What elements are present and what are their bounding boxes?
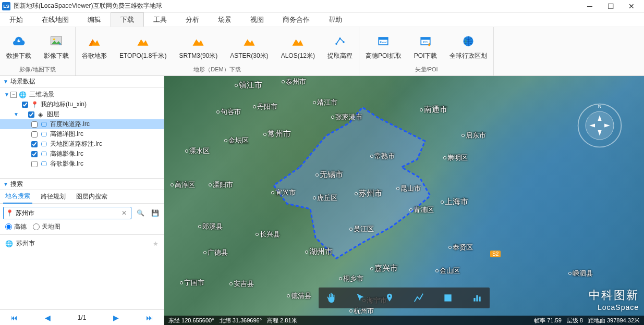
etopo-icon xyxy=(135,33,151,49)
ribbon-label: 谷歌地形 xyxy=(82,52,107,60)
provider-radio[interactable] xyxy=(33,223,40,230)
menu-8[interactable]: 商务合作 xyxy=(273,12,319,27)
clear-icon[interactable]: ✕ xyxy=(119,209,129,217)
ribbon-label: 提取高程 xyxy=(327,52,353,60)
pager-last[interactable]: ⏭ xyxy=(146,314,153,322)
svg-rect-21 xyxy=(473,298,475,302)
map-label: 青浦区 xyxy=(409,205,434,215)
svg-text:N: N xyxy=(598,104,602,109)
pager-first[interactable]: ⏮ xyxy=(10,314,18,322)
tree-row[interactable]: 📍我的地标(tu_xin) xyxy=(0,99,164,109)
location-pin-icon: 📍 xyxy=(6,209,14,217)
svg-rect-6 xyxy=(379,38,388,40)
gaode-poi-grab-button[interactable]: Excel高德POI抓取 xyxy=(359,28,408,65)
app-icon: LS xyxy=(2,2,10,10)
tree-checkbox[interactable] xyxy=(31,151,38,157)
chart-tool[interactable] xyxy=(470,291,484,305)
scene-tree: ▼−🌐三维场景📍我的地标(tu_xin)▼◈图层🖵百度纯道路.lrc🖵高德详图.… xyxy=(0,88,164,179)
minimize-button[interactable]: ─ xyxy=(579,0,600,12)
tree-checkbox[interactable] xyxy=(31,131,38,138)
google-terrain-button[interactable]: 谷歌地形 xyxy=(76,28,113,65)
tree-row[interactable]: 🖵天地图道路标注.lrc xyxy=(0,139,164,149)
map-label: 句容市 xyxy=(216,107,241,117)
tree-row[interactable]: 🖵高德详图.lrc xyxy=(0,129,164,139)
tree-row[interactable]: 🖵高德影像.lrc xyxy=(0,149,164,159)
ribbon-group-label: 矢量/POI xyxy=(359,65,493,76)
tree-checkbox[interactable] xyxy=(28,111,34,118)
collapse-icon: ▼ xyxy=(3,79,8,84)
rect-tool[interactable] xyxy=(441,291,455,305)
scene-panel-header[interactable]: ▼ 场景数据 xyxy=(0,76,164,88)
etopo-button[interactable]: ETOPO(1.8千米) xyxy=(113,28,173,65)
search-tab-1[interactable]: 路径规划 xyxy=(39,190,68,203)
tree-row[interactable]: 🖵谷歌影像.lrc xyxy=(0,159,164,169)
map-label: 常熟市 xyxy=(370,152,395,161)
provider-option[interactable]: 高德 xyxy=(5,222,27,231)
svg-marker-12 xyxy=(274,107,430,258)
fps-label: 帧率 xyxy=(534,317,545,323)
tree-row[interactable]: 🖵百度纯道路.lrc xyxy=(0,119,164,129)
menu-3[interactable]: 下载 xyxy=(111,12,144,27)
tree-row[interactable]: ▼◈图层 xyxy=(0,109,164,119)
menu-4[interactable]: 工具 xyxy=(144,12,176,27)
navigation-widget[interactable]: N xyxy=(576,102,623,149)
alos-button[interactable]: ALOS(12米) xyxy=(275,28,321,65)
menu-6[interactable]: 场景 xyxy=(209,12,241,27)
search-panel-header[interactable]: ▼ 搜索 xyxy=(0,179,164,190)
tree-checkbox[interactable] xyxy=(31,161,38,167)
menu-7[interactable]: 视图 xyxy=(241,12,273,27)
maximize-button[interactable]: ☐ xyxy=(600,0,621,12)
map-label: 宜兴市 xyxy=(271,188,296,197)
search-panel-title: 搜索 xyxy=(10,180,23,189)
map-label: 泰州市 xyxy=(282,77,306,86)
search-tab-0[interactable]: 地名搜索 xyxy=(3,190,32,204)
global-admin-button[interactable]: 全球行政区划 xyxy=(443,28,493,65)
save-button[interactable]: 💾 xyxy=(149,209,161,217)
image-download-button[interactable]: 影像下载 xyxy=(38,28,75,65)
extract-elev-button[interactable]: 提取高程 xyxy=(321,28,359,65)
map-label: 金山区 xyxy=(435,266,460,276)
map-label: 宁国市 xyxy=(180,278,204,288)
pan-tool[interactable] xyxy=(324,291,338,305)
search-tabs: 地名搜索路径规划图层内搜索 xyxy=(0,190,164,204)
result-row[interactable]: 🌐苏州市★ xyxy=(0,237,164,250)
extract-elev-icon xyxy=(332,33,348,49)
map-view[interactable]: 镇江市泰州市靖江市句容市丹阳市南通市张家港市常州市启东市金坛区溧水区常熟市崇明区… xyxy=(164,76,644,325)
svg-rect-22 xyxy=(476,295,478,302)
data-download-button[interactable]: 数据下载 xyxy=(0,28,38,65)
tree-checkbox[interactable] xyxy=(22,102,28,108)
menu-5[interactable]: 分析 xyxy=(176,12,209,27)
level-value: 8 xyxy=(580,317,583,323)
map-label: 南通市 xyxy=(420,105,447,115)
pager-prev[interactable]: ◀ xyxy=(45,314,51,322)
tree-checkbox[interactable] xyxy=(31,141,38,147)
layers-icon: ◈ xyxy=(37,110,45,119)
close-button[interactable]: ✕ xyxy=(621,0,642,12)
pointer-tool[interactable] xyxy=(353,291,368,305)
map-label: 溧阳市 xyxy=(209,180,233,190)
provider-radio[interactable] xyxy=(5,223,12,230)
tree-checkbox[interactable] xyxy=(31,121,38,128)
menu-9[interactable]: 帮助 xyxy=(319,12,351,27)
line-tool[interactable] xyxy=(411,291,426,305)
lon-label: 东经 xyxy=(168,317,180,323)
poi-download-button[interactable]: POIPOI下载 xyxy=(408,28,444,65)
menu-1[interactable]: 在线地图 xyxy=(32,12,78,27)
search-tab-2[interactable]: 图层内搜索 xyxy=(74,190,110,203)
star-icon[interactable]: ★ xyxy=(153,240,159,247)
marker-tool[interactable] xyxy=(382,291,397,305)
tree-row[interactable]: ▼−🌐三维场景 xyxy=(0,90,164,99)
aster-button[interactable]: ASTER(30米) xyxy=(224,28,274,65)
titlebar: LS 图新地球(LocaSpaceViewer)互联网免费三维数字地球 ─ ☐ … xyxy=(0,0,644,12)
provider-option[interactable]: 天地图 xyxy=(33,222,60,231)
menu-2[interactable]: 编辑 xyxy=(78,12,111,27)
srtm3-button[interactable]: SRTM3(90米) xyxy=(173,28,224,65)
ribbon-label: 高德POI抓取 xyxy=(366,52,402,60)
brand-logo: 中科图新 LocaSpace xyxy=(589,288,639,311)
search-button[interactable]: 🔍 xyxy=(135,209,146,217)
search-input[interactable] xyxy=(14,209,119,217)
svg-text:Excel: Excel xyxy=(380,41,387,44)
pager-next[interactable]: ▶ xyxy=(113,314,119,322)
map-label: 虎丘区 xyxy=(313,193,337,203)
menu-0[interactable]: 开始 xyxy=(0,12,32,27)
